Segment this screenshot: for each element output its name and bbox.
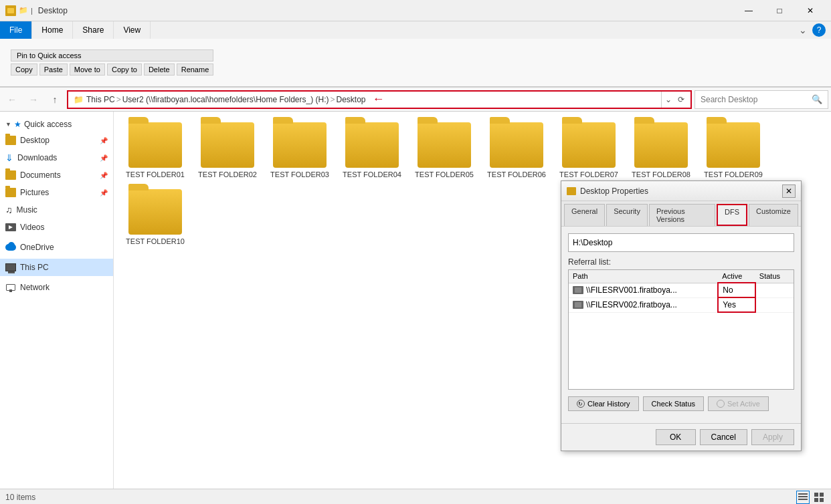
grid-view-icon	[814, 493, 824, 502]
delete-button[interactable]: Delete	[144, 64, 175, 76]
svg-rect-1	[798, 496, 808, 497]
folder-item[interactable]: TEST FOLDER03	[266, 120, 333, 181]
search-input[interactable]	[701, 95, 812, 104]
folder-item[interactable]: TEST FOLDER02	[194, 120, 261, 181]
quick-access-section: ▼ ★ Quick access Desktop 📌 ⇓ Downloads 📌…	[0, 117, 113, 236]
tab-share[interactable]: Share	[73, 21, 114, 39]
copy-button[interactable]: Copy	[11, 64, 37, 76]
sidebar-item-onedrive[interactable]: OneDrive	[0, 239, 113, 256]
sidebar-item-music[interactable]: ♫ Music	[0, 201, 113, 219]
breadcrumb-desktop[interactable]: Desktop	[337, 95, 366, 104]
folder-label: TEST FOLDER03	[270, 170, 329, 178]
folder-item[interactable]: TEST FOLDER01	[122, 120, 189, 181]
check-status-label: Check Status	[652, 400, 695, 408]
ribbon-expand-icon[interactable]: ⌄	[799, 25, 807, 35]
sidebar-item-pictures[interactable]: Pictures 📌	[0, 184, 113, 201]
cancel-button[interactable]: Cancel	[700, 429, 747, 445]
sidebar-item-network[interactable]: Network	[0, 279, 113, 296]
sidebar-item-thispc[interactable]: This PC	[0, 259, 113, 276]
sidebar-item-network-label: Network	[20, 283, 50, 292]
folder-label: TEST FOLDER02	[198, 170, 257, 178]
sidebar-item-videos[interactable]: Videos	[0, 219, 113, 236]
view-controls	[796, 491, 826, 504]
onedrive-icon	[5, 244, 16, 251]
address-arrow: ←	[373, 92, 385, 106]
folder-icon	[5, 136, 16, 145]
search-box[interactable]: 🔍	[695, 90, 828, 109]
desktop-properties-dialog: Desktop Properties ✕ General Security Pr…	[561, 180, 802, 451]
maximize-button[interactable]: □	[764, 0, 795, 21]
rename-button[interactable]: Rename	[177, 64, 214, 76]
folder-icon-large	[128, 189, 182, 235]
tab-file[interactable]: File	[0, 21, 32, 39]
tab-home[interactable]: Home	[32, 21, 73, 39]
move-to-button[interactable]: Move to	[70, 64, 105, 76]
dialog-tab-dfs[interactable]: DFS	[717, 204, 747, 226]
cell-active: Yes	[718, 297, 755, 312]
cell-path: \\FILESRV001.firatboya...	[569, 283, 718, 297]
table-row[interactable]: \\FILESRV001.firatboya... No	[569, 283, 794, 297]
folder-item[interactable]: TEST FOLDER07	[555, 120, 622, 181]
ok-button[interactable]: OK	[656, 429, 696, 445]
pin-icon-documents: 📌	[100, 172, 108, 179]
folder-item[interactable]: TEST FOLDER04	[339, 120, 405, 181]
address-dropdown-button[interactable]: ⌄	[661, 92, 674, 108]
app-icon	[5, 5, 16, 16]
svg-rect-5	[814, 498, 818, 502]
dfs-path-input[interactable]	[568, 233, 794, 252]
apply-button[interactable]: Apply	[751, 429, 794, 445]
check-status-button[interactable]: Check Status	[643, 396, 704, 411]
dialog-tab-previous-versions[interactable]: Previous Versions	[649, 204, 715, 226]
col-path: Path	[569, 270, 718, 283]
pc-icon	[5, 263, 16, 271]
pin-to-quick-access-button[interactable]: Pin to Quick access	[11, 49, 213, 61]
folder-icon-large	[490, 122, 543, 168]
sidebar-item-documents[interactable]: Documents 📌	[0, 166, 113, 184]
address-refresh-button[interactable]: ⟳	[673, 92, 689, 108]
item-count: 10 items	[5, 493, 35, 502]
folder-icon-large	[273, 122, 327, 168]
copy-to-button[interactable]: Copy to	[107, 64, 142, 76]
grid-view-button[interactable]	[812, 491, 826, 504]
quick-access-header[interactable]: ▼ ★ Quick access	[0, 117, 113, 132]
pin-icon-pictures: 📌	[100, 189, 108, 197]
search-icon: 🔍	[812, 94, 822, 104]
breadcrumb-user[interactable]: User2 (\\firatboyan.local\homefolders\Ho…	[122, 95, 329, 104]
paste-button[interactable]: Paste	[39, 64, 68, 76]
ribbon-content: Pin to Quick access Copy Paste Move to C…	[0, 39, 831, 87]
tab-view[interactable]: View	[114, 21, 151, 39]
dialog-body: Referral list: Path Active Status	[561, 227, 801, 423]
window-controls: — □ ✕	[733, 0, 826, 21]
minimize-button[interactable]: —	[733, 0, 764, 21]
folder-item[interactable]: TEST FOLDER08	[628, 120, 695, 181]
sidebar-item-downloads[interactable]: ⇓ Downloads 📌	[0, 149, 113, 166]
folder-item[interactable]: TEST FOLDER05	[411, 120, 478, 181]
dialog-close-button[interactable]: ✕	[782, 184, 796, 198]
dialog-tab-general[interactable]: General	[564, 204, 605, 226]
folder-item[interactable]: TEST FOLDER09	[700, 120, 767, 181]
up-button[interactable]: ↑	[45, 90, 64, 109]
table-row[interactable]: \\FILESRV002.firatboya... Yes	[569, 297, 794, 312]
folder-icon-large	[345, 122, 399, 168]
list-view-button[interactable]	[796, 491, 810, 504]
sidebar-item-thispc-label: This PC	[20, 263, 49, 272]
close-button[interactable]: ✕	[795, 0, 826, 21]
folder-item[interactable]: TEST FOLDER06	[483, 120, 550, 181]
folder-icon-pics	[5, 188, 16, 197]
folder-item[interactable]: TEST FOLDER10	[122, 186, 189, 248]
dialog-tab-security[interactable]: Security	[606, 204, 648, 226]
breadcrumb-thispc[interactable]: This PC	[86, 95, 115, 104]
clear-history-button[interactable]: ↻ Clear History	[568, 396, 639, 411]
address-box[interactable]: 📁 This PC > User2 (\\firatboyan.local\ho…	[67, 90, 692, 109]
forward-button[interactable]: →	[24, 90, 43, 109]
dialog-tab-customize[interactable]: Customize	[749, 204, 798, 226]
back-button[interactable]: ←	[3, 90, 21, 109]
cell-path: \\FILESRV002.firatboya...	[569, 297, 718, 312]
set-active-button[interactable]: Set Active	[708, 396, 769, 411]
sidebar-item-documents-label: Documents	[20, 170, 61, 180]
folder-icon-docs	[5, 170, 16, 180]
folder-icon-large	[562, 122, 616, 168]
sidebar-item-desktop[interactable]: Desktop 📌	[0, 132, 113, 149]
help-icon[interactable]: ?	[812, 23, 826, 37]
sidebar-item-music-label: Music	[17, 205, 37, 215]
